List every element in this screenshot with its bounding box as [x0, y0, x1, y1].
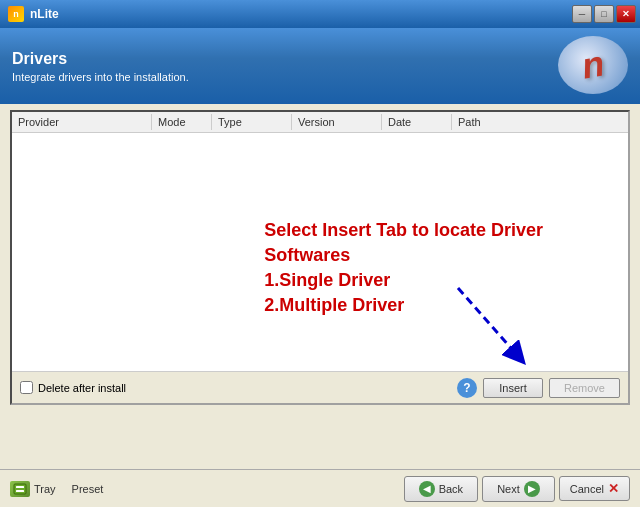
dashed-arrow: [438, 278, 538, 368]
header-text: Drivers Integrate drivers into the insta…: [12, 50, 189, 83]
close-button[interactable]: ✕: [616, 5, 636, 23]
tray-icon: [10, 481, 30, 497]
back-button[interactable]: ◀ Back: [404, 476, 478, 502]
preset-button[interactable]: Preset: [72, 483, 104, 495]
preset-label: Preset: [72, 483, 104, 495]
page-title: Drivers: [12, 50, 189, 68]
back-arrow-icon: ◀: [419, 481, 435, 497]
cancel-label: Cancel: [570, 483, 604, 495]
svg-rect-4: [16, 490, 24, 492]
bottom-right: ◀ Back Next ▶ Cancel ✕: [404, 476, 630, 502]
col-type: Type: [212, 114, 292, 130]
col-provider: Provider: [12, 114, 152, 130]
bottom-left: Tray Preset: [10, 481, 103, 497]
instruction-line2: Softwares: [264, 244, 350, 264]
next-arrow-icon: ▶: [524, 481, 540, 497]
next-button[interactable]: Next ▶: [482, 476, 555, 502]
logo: n: [548, 36, 628, 96]
logo-circle: n: [558, 36, 628, 94]
delete-label: Delete after install: [38, 382, 126, 394]
svg-rect-3: [16, 486, 24, 488]
header-section: Drivers Integrate drivers into the insta…: [0, 28, 640, 104]
col-date: Date: [382, 114, 452, 130]
table-footer-right: ? Insert Remove: [457, 378, 620, 398]
tray-svg: [13, 483, 27, 495]
info-icon[interactable]: ?: [457, 378, 477, 398]
svg-rect-2: [14, 484, 26, 494]
col-path: Path: [452, 114, 628, 130]
col-version: Version: [292, 114, 382, 130]
title-bar: n nLite ─ □ ✕: [0, 0, 640, 28]
drivers-table-container: Provider Mode Type Version Date Path Sel…: [10, 110, 630, 405]
logo-letter: n: [579, 42, 608, 87]
window-title: nLite: [30, 7, 59, 21]
svg-line-1: [458, 288, 518, 356]
remove-button[interactable]: Remove: [549, 378, 620, 398]
insert-button[interactable]: Insert: [483, 378, 543, 398]
delete-checkbox[interactable]: [20, 381, 33, 394]
table-footer: Delete after install ? Insert Remove: [12, 371, 628, 403]
table-header: Provider Mode Type Version Date Path: [12, 112, 628, 133]
instruction-line1: Select Insert Tab to locate Driver: [264, 219, 543, 239]
cancel-x-icon: ✕: [608, 481, 619, 496]
next-label: Next: [497, 483, 520, 495]
col-mode: Mode: [152, 114, 212, 130]
instruction-line3: 1.Single Driver: [264, 270, 390, 290]
minimize-button[interactable]: ─: [572, 5, 592, 23]
tray-label: Tray: [34, 483, 56, 495]
back-label: Back: [439, 483, 463, 495]
cancel-button[interactable]: Cancel ✕: [559, 476, 630, 501]
page-subtitle: Integrate drivers into the installation.: [12, 71, 189, 83]
maximize-button[interactable]: □: [594, 5, 614, 23]
delete-checkbox-area: Delete after install: [20, 381, 126, 394]
bottom-nav: Tray Preset ◀ Back Next ▶ Cancel ✕: [0, 469, 640, 507]
tray-button[interactable]: Tray: [10, 481, 56, 497]
title-buttons: ─ □ ✕: [572, 5, 636, 23]
instruction-line4: 2.Multiple Driver: [264, 295, 404, 315]
title-bar-left: n nLite: [8, 6, 59, 22]
app-icon: n: [8, 6, 24, 22]
content-area: Provider Mode Type Version Date Path Sel…: [0, 104, 640, 417]
